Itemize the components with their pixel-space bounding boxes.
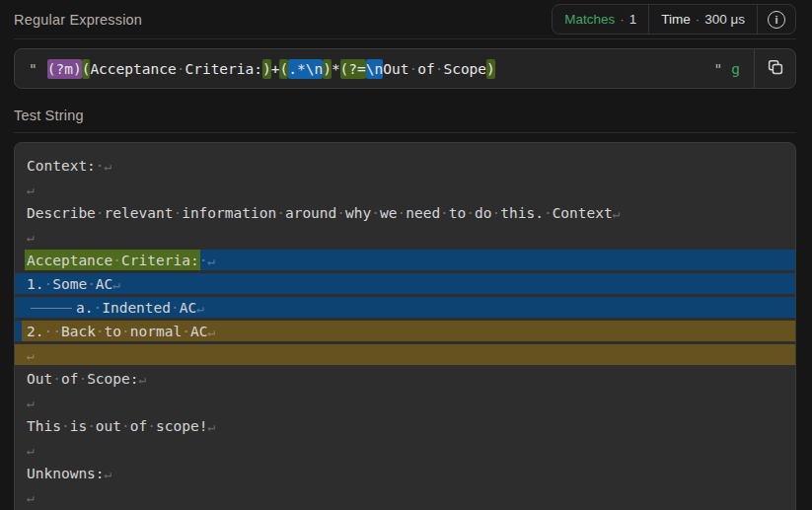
text-segment: need [406, 205, 440, 221]
regex-token-group: ( [279, 59, 288, 79]
editor-line[interactable]: This·is·out·of·scope!↵ [15, 414, 795, 438]
newline-mark: ↵ [207, 419, 215, 434]
whitespace-dot: · [96, 158, 105, 174]
editor-line[interactable]: ↵ [15, 391, 795, 414]
text-segment: 1. [27, 276, 43, 292]
editor-line-text: Out·of·Scope:↵ [15, 367, 795, 392]
regex-input-container: " (?m)(Acceptance·Criteria:)+(.*\n)*(?=\… [14, 48, 796, 89]
newline-mark: ↵ [105, 467, 112, 481]
regex-pattern: (?m)(Acceptance·Criteria:)+(.*\n)*(?=\nO… [47, 59, 495, 79]
whitespace-dot: · [52, 324, 61, 339]
stats-badge-group: Matches · 1 Time · 300 μs i [552, 4, 796, 35]
info-button[interactable]: i [758, 5, 795, 34]
editor-line[interactable]: Out·of·Scope:↵ [15, 367, 795, 391]
whitespace-dot: · [173, 205, 182, 221]
editor-line-text: 2.··Back·to·normal·AC↵ [15, 320, 795, 344]
editor-line[interactable]: a.·Indented·AC↵ [15, 296, 795, 320]
text-segment: Context: [27, 158, 96, 174]
whitespace-dot: · [147, 418, 156, 434]
matches-value: 1 [629, 12, 637, 27]
newline-mark: ↵ [27, 230, 35, 245]
editor-line[interactable]: 1.·Some·AC↵ [15, 272, 795, 296]
regex-token-mode: (?m) [47, 59, 82, 79]
text-segment: Describe [27, 205, 96, 221]
editor-line[interactable]: ↵ [15, 178, 795, 201]
editor-line[interactable]: Unknowns:↵ [15, 462, 795, 485]
regex-token-plain: + [271, 59, 280, 79]
newline-mark: ↵ [105, 159, 112, 174]
regex-token-blue: \n [366, 59, 383, 79]
editor-line-text: ↵ [15, 438, 795, 463]
time-badge: Time · 300 μs [649, 5, 757, 34]
editor-line-text: a.·Indented·AC↵ [15, 296, 795, 321]
text-segment: Scope: [87, 371, 138, 387]
text-segment: Acceptance [27, 253, 112, 268]
text-segment: AC [180, 300, 196, 316]
editor-line[interactable]: Acceptance·Criteria:·↵ [15, 249, 795, 272]
test-string-editor[interactable]: Context:·↵↵Describe·relevant·information… [14, 142, 796, 510]
whitespace-dot: · [52, 371, 61, 387]
tab-indicator [31, 308, 72, 309]
copy-button[interactable] [754, 49, 795, 88]
regex-section-title: Regular Expression [14, 12, 142, 28]
whitespace-dot: · [87, 418, 96, 434]
regex-space-dot: · [408, 59, 417, 79]
regex-token-group: ) [262, 59, 271, 79]
regex-token-group: ) [486, 59, 495, 79]
editor-line-text: Unknowns:↵ [15, 462, 795, 486]
editor-line[interactable]: Context:·↵ [15, 154, 795, 178]
newline-mark: ↵ [27, 182, 35, 197]
editor-line-text: Describe·relevant·information·around·why… [15, 201, 795, 226]
regex-flags[interactable]: g [731, 61, 740, 77]
text-segment: Some [52, 276, 87, 292]
regex-input[interactable]: " (?m)(Acceptance·Criteria:)+(.*\n)*(?=\… [15, 49, 754, 88]
time-separator: · [696, 12, 701, 27]
info-icon: i [768, 11, 785, 29]
whitespace-dot: · [93, 300, 102, 316]
regex-tool-page: Regular Expression Matches · 1 Time · 30… [0, 0, 812, 510]
text-segment: AC [190, 324, 207, 339]
text-segment: to [449, 205, 466, 221]
editor-line-text: ↵ [15, 178, 795, 202]
whitespace-dot: · [43, 324, 52, 339]
newline-mark: ↵ [27, 443, 35, 458]
matches-separator: · [620, 12, 625, 27]
newline-mark: ↵ [207, 254, 215, 268]
editor-line[interactable]: Describe·relevant·information·around·why… [15, 201, 795, 225]
regex-section-header: Regular Expression Matches · 1 Time · 30… [14, 0, 796, 39]
newline-mark: ↵ [196, 301, 204, 316]
text-segment: to [105, 324, 121, 339]
matches-badge: Matches · 1 [553, 5, 648, 34]
whitespace-dot: · [371, 205, 380, 221]
editor-line[interactable]: ↵ [15, 485, 795, 509]
regex-token-plain: Scope [443, 59, 486, 79]
editor-line[interactable]: 2.··Back·to·normal·AC↵ [15, 320, 795, 343]
text-segment: Back [61, 324, 96, 339]
whitespace-dot: · [96, 324, 105, 339]
text-segment: Unknowns: [27, 466, 105, 481]
editor-line[interactable]: ↵ [15, 343, 795, 367]
whitespace-dot: · [43, 276, 52, 292]
regex-token-group: ) [323, 59, 332, 79]
editor-line[interactable]: ↵ [15, 438, 795, 462]
editor-line-text: ↵ [15, 343, 795, 368]
time-label: Time [661, 12, 691, 27]
text-segment: of [61, 371, 78, 387]
editor-line-text: Context:·↵ [15, 154, 795, 179]
text-segment: normal [130, 324, 182, 339]
text-segment: Indented [102, 300, 171, 316]
text-segment: we [380, 205, 397, 221]
editor-line[interactable]: ↵ [15, 225, 795, 249]
regex-token-group: (?= [340, 59, 366, 79]
regex-token-plain: Acceptance [90, 59, 176, 79]
text-segment: AC [96, 276, 112, 292]
text-segment: this. [500, 205, 544, 221]
regex-token-plain: Out [383, 59, 408, 79]
whitespace-dot: · [78, 371, 87, 387]
newline-mark: ↵ [139, 372, 147, 387]
regex-token-group: ( [82, 59, 91, 79]
whitespace-dot: · [397, 205, 406, 221]
text-segment: around [285, 205, 336, 221]
whitespace-dot: · [440, 205, 449, 221]
regex-token-plain: of [417, 59, 434, 79]
